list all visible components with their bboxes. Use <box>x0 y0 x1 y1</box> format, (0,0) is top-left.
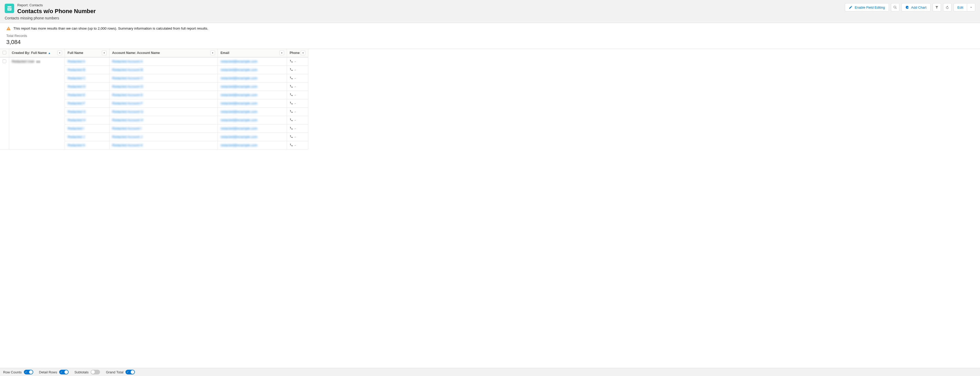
account-name-cell[interactable]: Redacted Account D <box>110 82 218 91</box>
full-name-cell[interactable]: Redacted F <box>65 99 110 108</box>
email-cell[interactable]: redacted@example.com <box>218 74 287 82</box>
column-label: Full Name <box>68 51 83 55</box>
phone-cell[interactable]: - <box>287 99 308 108</box>
column-header-phone[interactable]: Phone ▼ <box>287 49 308 57</box>
full-name-cell[interactable]: Redacted E <box>65 91 110 99</box>
group-checkbox[interactable] <box>3 59 6 63</box>
add-chart-button[interactable]: Add Chart <box>901 3 931 11</box>
footer-bar: Row Counts ✓ Detail Rows ✓ Subtotals ✓ G… <box>0 368 980 376</box>
row-counts-label: Row Counts <box>3 370 22 374</box>
account-name-cell[interactable]: Redacted Account K <box>110 141 218 149</box>
full-name-cell[interactable]: Redacted K <box>65 141 110 149</box>
phone-cell[interactable]: - <box>287 133 308 141</box>
account-name-cell[interactable]: Redacted Account B <box>110 66 218 74</box>
edit-dropdown-button[interactable] <box>967 3 975 11</box>
account-name-cell[interactable]: Redacted Account J <box>110 133 218 141</box>
phone-value: - <box>294 102 296 105</box>
column-menu-button[interactable]: ▼ <box>57 51 62 55</box>
add-chart-label: Add Chart <box>911 5 927 10</box>
column-menu-button[interactable]: ▼ <box>280 51 284 55</box>
phone-icon <box>290 135 293 139</box>
phone-cell[interactable]: - <box>287 91 308 99</box>
phone-value: - <box>294 127 296 130</box>
enable-field-editing-button[interactable]: Enable Field Editing <box>845 3 889 11</box>
email-cell[interactable]: redacted@example.com <box>218 124 287 133</box>
edit-button[interactable]: Edit <box>953 3 967 11</box>
phone-value: - <box>294 143 296 147</box>
phone-icon <box>290 110 293 114</box>
phone-cell[interactable]: - <box>287 57 308 66</box>
email-cell[interactable]: redacted@example.com <box>218 141 287 149</box>
funnel-icon <box>935 5 939 9</box>
phone-icon <box>290 76 293 80</box>
column-header-row: Created By: Full Name ▲ ▼ Full Name ▼ Ac… <box>0 49 308 57</box>
badge-icon <box>36 60 40 63</box>
email-cell[interactable]: redacted@example.com <box>218 66 287 74</box>
full-name-cell[interactable]: Redacted C <box>65 74 110 82</box>
email-cell[interactable]: redacted@example.com <box>218 116 287 124</box>
phone-cell[interactable]: - <box>287 74 308 82</box>
phone-cell[interactable]: - <box>287 124 308 133</box>
row-counts-toggle[interactable]: ✓ <box>24 370 33 374</box>
filter-button[interactable] <box>932 3 941 11</box>
total-records-label: Total Records <box>6 34 974 38</box>
column-menu-button[interactable]: ▼ <box>102 51 107 55</box>
column-header-created-by[interactable]: Created By: Full Name ▲ ▼ <box>9 49 65 57</box>
enable-field-editing-label: Enable Field Editing <box>854 5 885 10</box>
phone-cell[interactable]: - <box>287 116 308 124</box>
report-grid[interactable]: Created By: Full Name ▲ ▼ Full Name ▼ Ac… <box>0 49 980 368</box>
account-name-cell[interactable]: Redacted Account F <box>110 99 218 108</box>
phone-value: - <box>294 68 296 72</box>
account-name-cell[interactable]: Redacted Account A <box>110 57 218 66</box>
email-cell[interactable]: redacted@example.com <box>218 133 287 141</box>
full-name-cell[interactable]: Redacted I <box>65 124 110 133</box>
phone-cell[interactable]: - <box>287 82 308 91</box>
email-cell[interactable]: redacted@example.com <box>218 57 287 66</box>
full-name-cell[interactable]: Redacted H <box>65 116 110 124</box>
grand-total-toggle[interactable]: ✓ <box>126 370 135 374</box>
phone-icon <box>290 143 293 148</box>
account-name-cell[interactable]: Redacted Account H <box>110 116 218 124</box>
result-limit-warning: This report has more results than we can… <box>0 23 980 32</box>
phone-cell[interactable]: - <box>287 108 308 116</box>
email-cell[interactable]: redacted@example.com <box>218 82 287 91</box>
detail-rows-toggle[interactable]: ✓ <box>59 370 68 374</box>
full-name-cell[interactable]: Redacted A <box>65 57 110 66</box>
pie-chart-icon <box>905 5 909 9</box>
column-label: Email <box>221 51 229 55</box>
chevron-down-icon <box>969 5 973 9</box>
column-label: Created By: Full Name <box>12 51 47 55</box>
full-name-cell[interactable]: Redacted G <box>65 108 110 116</box>
grand-total-label: Grand Total <box>106 370 123 374</box>
phone-cell[interactable]: - <box>287 66 308 74</box>
column-menu-button[interactable]: ▼ <box>210 51 215 55</box>
subtotals-toggle[interactable]: ✓ <box>91 370 100 374</box>
column-label: Account Name: Account Name <box>112 51 160 55</box>
column-header-email[interactable]: Email ▼ <box>218 49 287 57</box>
full-name-cell[interactable]: Redacted D <box>65 82 110 91</box>
refresh-icon <box>945 5 949 9</box>
full-name-cell[interactable]: Redacted J <box>65 133 110 141</box>
refresh-button[interactable] <box>943 3 951 11</box>
select-all-checkbox[interactable] <box>3 51 6 54</box>
column-label: Phone <box>290 51 300 55</box>
email-cell[interactable]: redacted@example.com <box>218 91 287 99</box>
summary-section: Total Records 3,084 <box>0 32 980 49</box>
account-name-cell[interactable]: Redacted Account C <box>110 74 218 82</box>
account-name-cell[interactable]: Redacted Account I <box>110 124 218 133</box>
full-name-cell[interactable]: Redacted B <box>65 66 110 74</box>
phone-cell[interactable]: - <box>287 141 308 149</box>
column-header-full-name[interactable]: Full Name ▼ <box>65 49 110 57</box>
account-name-cell[interactable]: Redacted Account E <box>110 91 218 99</box>
search-button[interactable] <box>891 3 899 11</box>
phone-value: - <box>294 118 296 122</box>
phone-value: - <box>294 110 296 114</box>
phone-icon <box>290 127 293 131</box>
phone-value: - <box>294 59 296 63</box>
column-header-account-name[interactable]: Account Name: Account Name ▼ <box>110 49 218 57</box>
email-cell[interactable]: redacted@example.com <box>218 108 287 116</box>
email-cell[interactable]: redacted@example.com <box>218 99 287 108</box>
group-created-by-cell: Redacted User <box>9 57 65 149</box>
column-menu-button[interactable]: ▼ <box>301 51 305 55</box>
account-name-cell[interactable]: Redacted Account G <box>110 108 218 116</box>
